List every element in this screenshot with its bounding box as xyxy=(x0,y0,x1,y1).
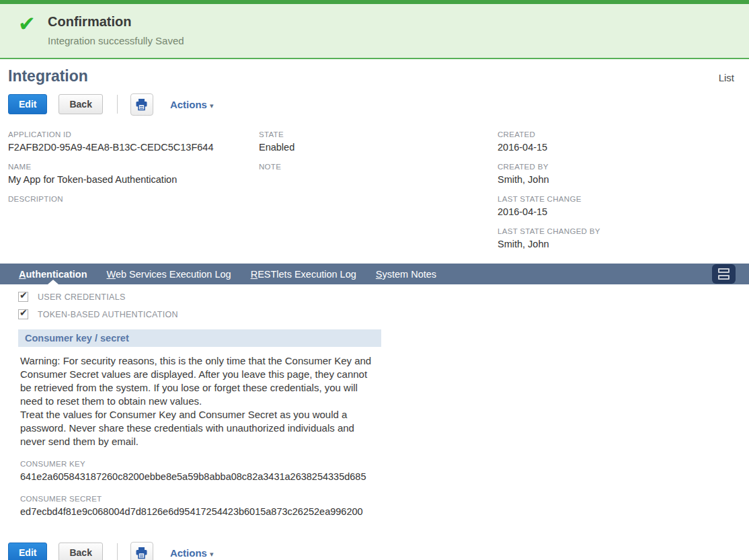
printer-icon xyxy=(135,547,148,559)
page-title: Integration xyxy=(8,67,88,85)
actions-menu[interactable]: Actions▾ xyxy=(170,99,214,110)
bottom-toolbar: Edit Back Actions▾ xyxy=(8,541,741,560)
field-application-id: APPLICATION ID F2AFB2D0-95A9-4EA8-B13C-C… xyxy=(8,130,259,154)
field-value: My App for Token-based Authentication xyxy=(8,174,259,186)
authentication-panel: ✔ USER CREDENTIALS ✔ TOKEN-BASED AUTHENT… xyxy=(0,292,749,518)
field-created: CREATED 2016-04-15 xyxy=(498,130,741,154)
actions-label: Actions xyxy=(170,547,207,559)
consumer-key-secret-section-header: Consumer key / secret xyxy=(18,329,381,347)
banner-message: Integration successfully Saved xyxy=(48,35,749,46)
confirmation-banner: ✔ Confirmation Integration successfully … xyxy=(0,0,749,59)
field-label: LAST STATE CHANGE xyxy=(498,195,741,203)
field-label: DESCRIPTION xyxy=(8,195,259,203)
tab-label: System Notes xyxy=(376,269,436,280)
printer-icon xyxy=(135,98,148,111)
tab-restlets-execution-log[interactable]: RESTlets Execution Log xyxy=(251,264,356,284)
user-credentials-checkbox[interactable]: ✔ xyxy=(18,292,28,302)
banner-title: Confirmation xyxy=(48,14,749,30)
top-toolbar: Edit Back Actions▾ xyxy=(8,93,741,116)
checkbox-row-user-credentials: ✔ USER CREDENTIALS xyxy=(18,292,749,302)
field-note: NOTE xyxy=(259,163,498,186)
edit-button[interactable]: Edit xyxy=(8,543,47,560)
back-button[interactable]: Back xyxy=(58,543,102,560)
field-label: NOTE xyxy=(259,163,498,171)
toolbar-divider xyxy=(117,543,118,560)
field-last-state-change: LAST STATE CHANGE 2016-04-15 xyxy=(498,195,741,218)
toolbar-divider xyxy=(117,95,118,114)
actions-menu[interactable]: Actions▾ xyxy=(170,547,214,559)
checkbox-row-token-based-authentication: ✔ TOKEN-BASED AUTHENTICATION xyxy=(18,309,749,319)
tab-label: Authentication xyxy=(19,269,87,280)
checkbox-label: TOKEN-BASED AUTHENTICATION xyxy=(38,310,178,319)
back-button[interactable]: Back xyxy=(58,94,102,114)
tab-authentication[interactable]: Authentication xyxy=(19,264,87,284)
checkbox-label: USER CREDENTIALS xyxy=(38,292,126,302)
field-label: LAST STATE CHANGED BY xyxy=(498,227,741,235)
consumer-secret-value: ed7ecbd4f81e9c068004d7d8126e6d9541725442… xyxy=(20,506,749,518)
field-label: APPLICATION ID xyxy=(8,130,259,138)
chevron-down-icon: ▾ xyxy=(210,102,214,110)
field-value: 2016-04-15 xyxy=(498,206,741,218)
field-name: NAME My App for Token-based Authenticati… xyxy=(8,163,259,186)
field-value xyxy=(8,206,259,218)
field-label: CONSUMER SECRET xyxy=(20,495,749,503)
checkmark-icon: ✔ xyxy=(19,290,28,301)
field-value: Smith, John xyxy=(498,174,741,186)
field-description: DESCRIPTION xyxy=(8,195,259,218)
field-label: CREATED xyxy=(498,130,741,138)
field-label: NAME xyxy=(8,163,259,171)
field-value: Smith, John xyxy=(498,239,741,251)
edit-button[interactable]: Edit xyxy=(8,94,47,114)
stacked-panels-icon xyxy=(718,268,730,273)
security-warning-text: Warning: For security reasons, this is t… xyxy=(20,354,380,448)
tab-label: Web Services Execution Log xyxy=(107,269,231,280)
chevron-down-icon: ▾ xyxy=(210,550,214,558)
field-label: CREATED BY xyxy=(498,163,741,171)
consumer-key-value: 641e2a605843187260c8200ebbe8e5a59b8abba0… xyxy=(20,471,749,483)
list-link[interactable]: List xyxy=(719,72,734,83)
field-value: F2AFB2D0-95A9-4EA8-B13C-CEDC5C13F644 xyxy=(8,142,259,154)
toggle-panels-button[interactable] xyxy=(712,264,736,284)
field-value xyxy=(259,174,498,186)
title-row: Integration List xyxy=(8,67,741,85)
field-label: STATE xyxy=(259,130,498,138)
warning-paragraph: Warning: For security reasons, this is t… xyxy=(20,354,380,408)
print-button[interactable] xyxy=(130,93,153,116)
success-check-icon: ✔ xyxy=(18,11,36,36)
token-based-authentication-checkbox[interactable]: ✔ xyxy=(18,309,28,319)
subtab-bar: Authentication Web Services Execution Lo… xyxy=(0,264,749,284)
actions-label: Actions xyxy=(170,99,207,110)
field-value: Enabled xyxy=(259,142,498,154)
field-created-by: CREATED BY Smith, John xyxy=(498,163,741,186)
warning-paragraph: Treat the values for Consumer Key and Co… xyxy=(20,408,380,448)
field-last-state-changed-by: LAST STATE CHANGED BY Smith, John xyxy=(498,227,741,251)
field-value: 2016-04-15 xyxy=(498,142,741,154)
field-state: STATE Enabled xyxy=(259,130,498,154)
field-consumer-key: CONSUMER KEY 641e2a605843187260c8200ebbe… xyxy=(20,460,749,483)
tab-label: RESTlets Execution Log xyxy=(251,269,356,280)
field-consumer-secret: CONSUMER SECRET ed7ecbd4f81e9c068004d7d8… xyxy=(20,495,749,518)
tab-system-notes[interactable]: System Notes xyxy=(376,264,436,284)
field-label: CONSUMER KEY xyxy=(20,460,749,468)
tab-web-services-execution-log[interactable]: Web Services Execution Log xyxy=(107,264,231,284)
record-fields: APPLICATION ID F2AFB2D0-95A9-4EA8-B13C-C… xyxy=(8,130,741,259)
print-button[interactable] xyxy=(130,542,153,560)
stacked-panels-icon xyxy=(718,275,730,280)
checkmark-icon: ✔ xyxy=(19,307,28,318)
